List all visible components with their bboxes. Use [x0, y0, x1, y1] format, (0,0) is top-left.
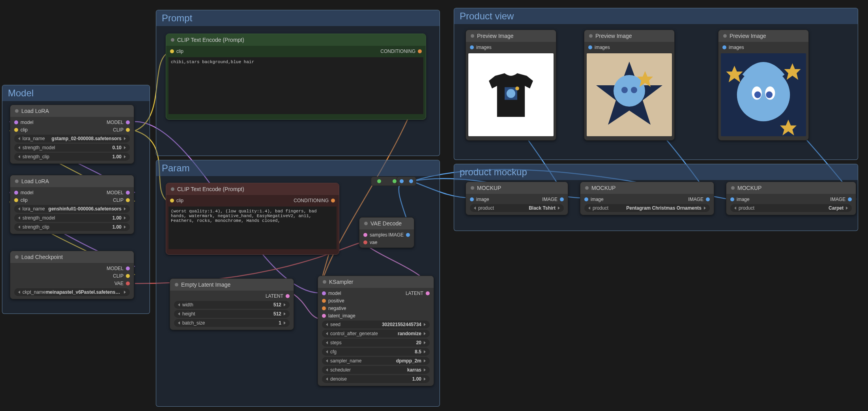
output-model[interactable]: MODEL: [107, 119, 130, 125]
svg-point-7: [631, 87, 637, 93]
input-latent-image[interactable]: latent_image: [322, 313, 355, 319]
output-model[interactable]: MODEL: [107, 190, 130, 195]
output-image[interactable]: IMAGE: [542, 196, 564, 202]
preview-image-ornament: [587, 53, 672, 136]
reroute-node[interactable]: [397, 176, 416, 186]
node-preview-2[interactable]: Preview Image images: [584, 30, 675, 141]
reroute-in[interactable]: [400, 179, 404, 183]
node-ksampler[interactable]: KSampler model LATENT positive negative …: [318, 276, 434, 386]
node-title[interactable]: MOCKUP: [580, 182, 714, 194]
widget-sampler-name[interactable]: sampler_namedpmpp_2m: [322, 357, 430, 365]
widget-lora-name[interactable]: lora_namegenshinfull1-000006.safetensors: [14, 205, 130, 213]
preview-image-tshirt: [468, 53, 554, 136]
widget-strength-clip[interactable]: strength_clip1.00: [14, 153, 130, 161]
widget-control-after-generate[interactable]: control_after_generaterandomize: [322, 330, 430, 338]
widget-strength-clip[interactable]: strength_clip1.00: [14, 223, 130, 231]
widget-scheduler[interactable]: schedulerkarras: [322, 366, 430, 374]
reroute-out[interactable]: [409, 179, 413, 183]
input-clip[interactable]: clip: [170, 197, 183, 203]
group-title: Param: [156, 160, 440, 176]
widget-denoise[interactable]: denoise1.00: [322, 375, 430, 383]
node-title[interactable]: Load LoRA: [10, 175, 134, 187]
preview-image-carpet: [721, 53, 806, 136]
node-clip-positive[interactable]: CLIP Text Encode (Prompt) clip CONDITION…: [166, 34, 426, 120]
output-clip[interactable]: CLIP: [113, 127, 130, 133]
node-mockup-3[interactable]: MOCKUP image IMAGE productCarpet: [726, 182, 856, 215]
group-title: product mockup: [454, 164, 858, 180]
node-title[interactable]: Preview Image: [466, 30, 556, 42]
group-title: Prompt: [156, 10, 440, 26]
widget-seed[interactable]: seed302021552445734: [322, 321, 430, 328]
output-clip[interactable]: CLIP: [113, 197, 130, 203]
widget-product[interactable]: productBlack Tshirt: [470, 204, 564, 212]
widget-width[interactable]: width512: [174, 301, 290, 309]
output-latent[interactable]: LATENT: [406, 290, 430, 296]
output-model[interactable]: MODEL: [107, 265, 130, 271]
output-conditioning[interactable]: CONDITIONING: [294, 197, 335, 203]
node-title[interactable]: MOCKUP: [726, 182, 856, 194]
svg-point-6: [621, 87, 628, 93]
node-title[interactable]: Preview Image: [718, 30, 808, 42]
widget-product[interactable]: productCarpet: [730, 204, 852, 212]
node-load-checkpoint[interactable]: Load Checkpoint MODEL CLIP VAE ckpt_name…: [10, 251, 134, 299]
input-model[interactable]: model: [14, 190, 34, 195]
input-clip[interactable]: clip: [170, 48, 183, 54]
widget-steps[interactable]: steps20: [322, 339, 430, 347]
svg-point-3: [515, 86, 519, 90]
node-empty-latent[interactable]: Empty Latent Image LATENT width512 heigh…: [170, 278, 294, 330]
output-latent[interactable]: LATENT: [266, 293, 290, 299]
widget-product[interactable]: productPentagram Christmas Ornaments: [584, 204, 710, 212]
svg-point-13: [754, 92, 761, 98]
input-samples[interactable]: samples: [363, 232, 387, 238]
svg-point-2: [507, 89, 515, 98]
node-title[interactable]: Empty Latent Image: [170, 279, 294, 291]
output-conditioning[interactable]: CONDITIONING: [380, 48, 422, 54]
output-vae[interactable]: VAE: [114, 280, 130, 286]
node-vae-decode[interactable]: VAE Decode samples IMAGE vae: [359, 217, 414, 248]
node-mockup-1[interactable]: MOCKUP image IMAGE productBlack Tshirt: [466, 182, 568, 215]
input-images[interactable]: images: [722, 44, 744, 50]
node-title[interactable]: MOCKUP: [466, 182, 568, 194]
node-load-lora-1[interactable]: Load LoRA model MODEL clip CLIP lora_nam…: [10, 105, 134, 164]
node-clip-negative[interactable]: CLIP Text Encode (Prompt) clip CONDITION…: [166, 183, 339, 255]
input-negative[interactable]: negative: [322, 305, 346, 311]
input-model[interactable]: model: [14, 119, 34, 125]
node-mockup-2[interactable]: MOCKUP image IMAGE productPentagram Chri…: [580, 182, 714, 215]
input-images[interactable]: images: [588, 44, 610, 50]
input-model[interactable]: model: [322, 290, 341, 296]
widget-lora-name[interactable]: lora_namegstamp_02-000008.safetensors: [14, 135, 130, 143]
node-preview-1[interactable]: Preview Image images: [466, 30, 556, 141]
input-clip[interactable]: clip: [14, 197, 28, 203]
input-vae[interactable]: vae: [363, 239, 377, 245]
input-image[interactable]: image: [470, 196, 489, 202]
node-title[interactable]: CLIP Text Encode (Prompt): [166, 34, 426, 46]
widget-ckpt-name[interactable]: ckpt_namemeinapastel_v6Pastel.safetensor…: [14, 288, 130, 296]
input-image[interactable]: image: [730, 196, 750, 202]
widget-batch-size[interactable]: batch_size1: [174, 319, 290, 327]
prompt-textarea[interactable]: [168, 206, 337, 249]
reroute-in[interactable]: [377, 179, 381, 183]
output-image[interactable]: IMAGE: [830, 196, 852, 202]
node-title[interactable]: Load Checkpoint: [10, 251, 134, 263]
input-clip[interactable]: clip: [14, 127, 28, 133]
node-load-lora-2[interactable]: Load LoRA model MODEL clip CLIP lora_nam…: [10, 175, 134, 234]
output-clip[interactable]: CLIP: [113, 273, 130, 279]
widget-strength-model[interactable]: strength_model1.00: [14, 214, 130, 222]
node-title[interactable]: VAE Decode: [359, 218, 414, 229]
node-title[interactable]: Load LoRA: [10, 105, 134, 117]
node-title[interactable]: Preview Image: [584, 30, 674, 42]
svg-point-14: [766, 92, 773, 98]
reroute-out[interactable]: [393, 179, 397, 183]
widget-height[interactable]: height512: [174, 310, 290, 318]
output-image[interactable]: IMAGE: [688, 196, 710, 202]
prompt-textarea[interactable]: [168, 57, 423, 114]
widget-strength-model[interactable]: strength_model0.10: [14, 144, 130, 152]
input-images[interactable]: images: [470, 44, 492, 50]
node-title[interactable]: CLIP Text Encode (Prompt): [166, 183, 339, 195]
output-image[interactable]: IMAGE: [388, 232, 410, 238]
node-title[interactable]: KSampler: [318, 276, 434, 288]
input-image[interactable]: image: [584, 196, 604, 202]
widget-cfg[interactable]: cfg8.5: [322, 348, 430, 356]
input-positive[interactable]: positive: [322, 298, 344, 304]
node-preview-3[interactable]: Preview Image images: [718, 30, 809, 141]
